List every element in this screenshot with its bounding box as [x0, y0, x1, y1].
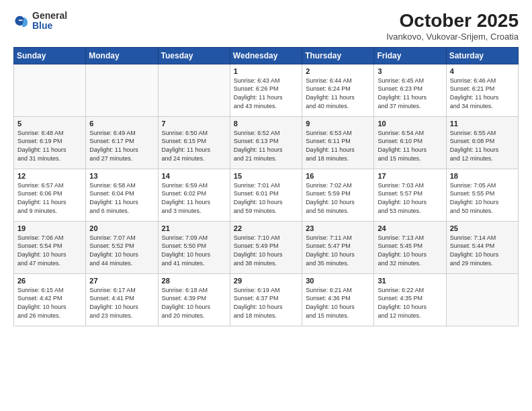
title-area: October 2025 Ivankovo, Vukovar-Srijem, C… [386, 11, 519, 42]
day-info: Sunrise: 6:48 AM Sunset: 6:19 PM Dayligh… [17, 129, 82, 163]
col-tuesday: Tuesday [158, 47, 230, 64]
col-thursday: Thursday [302, 47, 374, 64]
day-number: 19 [17, 224, 82, 232]
calendar-cell: 22Sunrise: 7:10 AM Sunset: 5:49 PM Dayli… [230, 221, 302, 273]
day-info: Sunrise: 6:52 AM Sunset: 6:13 PM Dayligh… [234, 129, 298, 163]
col-saturday: Saturday [446, 47, 518, 64]
day-info: Sunrise: 7:11 AM Sunset: 5:47 PM Dayligh… [306, 234, 370, 267]
calendar-cell: 2Sunrise: 6:44 AM Sunset: 6:24 PM Daylig… [302, 64, 374, 116]
day-number: 12 [17, 172, 82, 180]
day-number: 27 [89, 277, 154, 285]
calendar-title: October 2025 [386, 11, 519, 32]
day-number: 30 [306, 277, 370, 285]
day-number: 9 [306, 120, 370, 128]
calendar-cell: 28Sunrise: 6:18 AM Sunset: 4:39 PM Dayli… [158, 273, 230, 326]
logo-text: General Blue [32, 11, 67, 32]
day-info: Sunrise: 6:55 AM Sunset: 6:08 PM Dayligh… [450, 129, 515, 163]
day-info: Sunrise: 6:53 AM Sunset: 6:11 PM Dayligh… [306, 129, 370, 163]
calendar-cell: 4Sunrise: 6:46 AM Sunset: 6:21 PM Daylig… [446, 64, 518, 116]
day-number: 1 [234, 67, 298, 75]
svg-rect-1 [19, 20, 23, 21]
calendar-cell [158, 64, 230, 116]
day-number: 22 [234, 224, 298, 232]
day-info: Sunrise: 6:59 AM Sunset: 6:02 PM Dayligh… [162, 181, 226, 215]
calendar-cell: 3Sunrise: 6:45 AM Sunset: 6:23 PM Daylig… [374, 64, 446, 116]
calendar-cell: 8Sunrise: 6:52 AM Sunset: 6:13 PM Daylig… [230, 116, 302, 169]
day-number: 8 [234, 120, 298, 128]
day-info: Sunrise: 7:13 AM Sunset: 5:45 PM Dayligh… [378, 234, 442, 267]
calendar-cell: 23Sunrise: 7:11 AM Sunset: 5:47 PM Dayli… [302, 221, 374, 273]
day-number: 25 [450, 224, 515, 232]
day-number: 29 [234, 277, 298, 285]
calendar-week-4: 19Sunrise: 7:06 AM Sunset: 5:54 PM Dayli… [14, 221, 519, 273]
day-number: 23 [306, 224, 370, 232]
day-info: Sunrise: 6:17 AM Sunset: 4:41 PM Dayligh… [89, 286, 154, 320]
day-info: Sunrise: 6:49 AM Sunset: 6:17 PM Dayligh… [89, 129, 154, 163]
col-sunday: Sunday [14, 47, 86, 64]
calendar-week-5: 26Sunrise: 6:15 AM Sunset: 4:42 PM Dayli… [14, 273, 519, 326]
header: General Blue October 2025 Ivankovo, Vuko… [13, 11, 519, 42]
day-number: 20 [89, 224, 154, 232]
day-number: 16 [306, 172, 370, 180]
calendar-week-1: 1Sunrise: 6:43 AM Sunset: 6:26 PM Daylig… [14, 64, 519, 116]
day-info: Sunrise: 7:03 AM Sunset: 5:57 PM Dayligh… [378, 181, 442, 215]
day-info: Sunrise: 6:43 AM Sunset: 6:26 PM Dayligh… [234, 77, 298, 110]
day-info: Sunrise: 7:09 AM Sunset: 5:50 PM Dayligh… [162, 234, 226, 267]
day-info: Sunrise: 7:05 AM Sunset: 5:55 PM Dayligh… [450, 181, 515, 215]
calendar-cell: 1Sunrise: 6:43 AM Sunset: 6:26 PM Daylig… [230, 64, 302, 116]
day-info: Sunrise: 7:06 AM Sunset: 5:54 PM Dayligh… [17, 234, 82, 267]
calendar-cell: 24Sunrise: 7:13 AM Sunset: 5:45 PM Dayli… [374, 221, 446, 273]
day-number: 18 [450, 172, 515, 180]
calendar-cell: 18Sunrise: 7:05 AM Sunset: 5:55 PM Dayli… [446, 169, 518, 221]
calendar-cell: 10Sunrise: 6:54 AM Sunset: 6:10 PM Dayli… [374, 116, 446, 169]
day-number: 7 [162, 120, 226, 128]
calendar-table: Sunday Monday Tuesday Wednesday Thursday… [13, 47, 519, 326]
day-info: Sunrise: 6:58 AM Sunset: 6:04 PM Dayligh… [89, 181, 154, 215]
day-number: 6 [89, 120, 154, 128]
day-number: 3 [378, 67, 442, 75]
day-number: 4 [450, 67, 515, 75]
day-info: Sunrise: 6:54 AM Sunset: 6:10 PM Dayligh… [378, 129, 442, 163]
calendar-cell: 5Sunrise: 6:48 AM Sunset: 6:19 PM Daylig… [14, 116, 86, 169]
calendar-cell: 27Sunrise: 6:17 AM Sunset: 4:41 PM Dayli… [86, 273, 158, 326]
calendar-cell: 12Sunrise: 6:57 AM Sunset: 6:06 PM Dayli… [14, 169, 86, 221]
col-wednesday: Wednesday [230, 47, 302, 64]
day-info: Sunrise: 7:07 AM Sunset: 5:52 PM Dayligh… [89, 234, 154, 267]
day-number: 21 [162, 224, 226, 232]
logo-general: General [32, 11, 67, 21]
day-number: 17 [378, 172, 442, 180]
calendar-cell: 19Sunrise: 7:06 AM Sunset: 5:54 PM Dayli… [14, 221, 86, 273]
logo-blue: Blue [32, 21, 67, 31]
day-number: 26 [17, 277, 82, 285]
calendar-cell: 26Sunrise: 6:15 AM Sunset: 4:42 PM Dayli… [14, 273, 86, 326]
calendar-cell: 13Sunrise: 6:58 AM Sunset: 6:04 PM Dayli… [86, 169, 158, 221]
calendar-cell: 16Sunrise: 7:02 AM Sunset: 5:59 PM Dayli… [302, 169, 374, 221]
day-number: 13 [89, 172, 154, 180]
day-number: 14 [162, 172, 226, 180]
calendar-week-3: 12Sunrise: 6:57 AM Sunset: 6:06 PM Dayli… [14, 169, 519, 221]
day-number: 15 [234, 172, 298, 180]
calendar-cell: 14Sunrise: 6:59 AM Sunset: 6:02 PM Dayli… [158, 169, 230, 221]
day-info: Sunrise: 6:50 AM Sunset: 6:15 PM Dayligh… [162, 129, 226, 163]
calendar-subtitle: Ivankovo, Vukovar-Srijem, Croatia [386, 32, 519, 42]
day-info: Sunrise: 7:02 AM Sunset: 5:59 PM Dayligh… [306, 181, 370, 215]
day-info: Sunrise: 6:46 AM Sunset: 6:21 PM Dayligh… [450, 77, 515, 110]
header-row: Sunday Monday Tuesday Wednesday Thursday… [14, 47, 519, 64]
calendar-cell: 15Sunrise: 7:01 AM Sunset: 6:01 PM Dayli… [230, 169, 302, 221]
day-info: Sunrise: 6:18 AM Sunset: 4:39 PM Dayligh… [162, 286, 226, 320]
page: General Blue October 2025 Ivankovo, Vuko… [0, 0, 532, 411]
day-info: Sunrise: 7:10 AM Sunset: 5:49 PM Dayligh… [234, 234, 298, 267]
calendar-cell: 21Sunrise: 7:09 AM Sunset: 5:50 PM Dayli… [158, 221, 230, 273]
calendar-cell: 7Sunrise: 6:50 AM Sunset: 6:15 PM Daylig… [158, 116, 230, 169]
day-info: Sunrise: 6:44 AM Sunset: 6:24 PM Dayligh… [306, 77, 370, 110]
col-friday: Friday [374, 47, 446, 64]
day-info: Sunrise: 6:45 AM Sunset: 6:23 PM Dayligh… [378, 77, 442, 110]
calendar-cell: 11Sunrise: 6:55 AM Sunset: 6:08 PM Dayli… [446, 116, 518, 169]
day-info: Sunrise: 6:57 AM Sunset: 6:06 PM Dayligh… [17, 181, 82, 215]
calendar-cell: 31Sunrise: 6:22 AM Sunset: 4:35 PM Dayli… [374, 273, 446, 326]
calendar-cell: 25Sunrise: 7:14 AM Sunset: 5:44 PM Dayli… [446, 221, 518, 273]
day-number: 2 [306, 67, 370, 75]
day-info: Sunrise: 6:21 AM Sunset: 4:36 PM Dayligh… [306, 286, 370, 320]
day-number: 31 [378, 277, 442, 285]
calendar-cell: 30Sunrise: 6:21 AM Sunset: 4:36 PM Dayli… [302, 273, 374, 326]
